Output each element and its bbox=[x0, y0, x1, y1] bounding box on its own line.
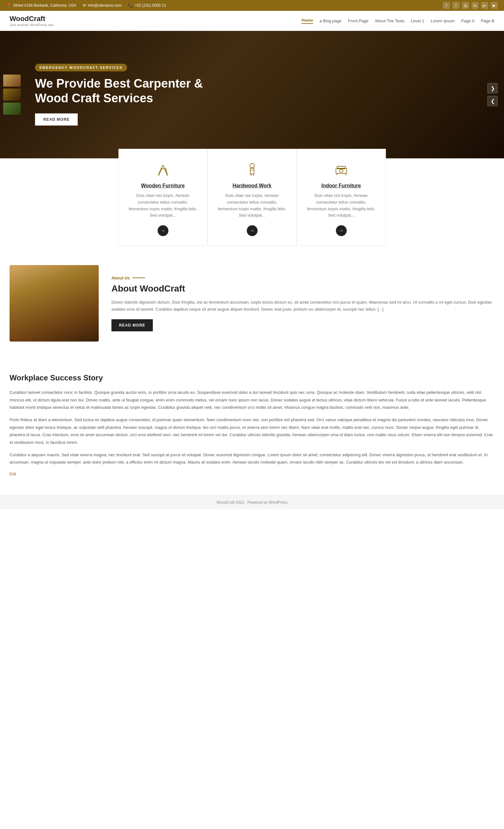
service-desc-indoor: Duis vitae nisl turpis. Aenean consectet… bbox=[307, 192, 376, 219]
edit-link[interactable]: Edit bbox=[9, 472, 16, 476]
hero-thumbnails bbox=[3, 75, 21, 115]
thumb-2[interactable] bbox=[3, 88, 21, 101]
svg-line-4 bbox=[165, 168, 167, 174]
svg-point-6 bbox=[166, 174, 168, 175]
site-tagline: Just another WordPress site bbox=[9, 23, 53, 27]
location-icon: 📍 bbox=[6, 3, 11, 8]
svg-line-11 bbox=[253, 174, 254, 176]
top-bar-contact: 📍 Street #156 Burbank, California, USA ✉… bbox=[6, 3, 166, 8]
about-label-line bbox=[132, 278, 145, 278]
facebook-icon[interactable]: f bbox=[443, 2, 450, 9]
phone-icon: 📞 bbox=[128, 3, 133, 8]
about-content: About Us About WoodCraft Donec lobortis … bbox=[111, 276, 495, 331]
youtube-icon[interactable]: ▶ bbox=[491, 2, 498, 9]
about-cta-button[interactable]: READ MORE bbox=[111, 319, 153, 331]
about-image-inner bbox=[9, 265, 99, 341]
nav-lorem[interactable]: Lorem Ipsum bbox=[431, 19, 455, 23]
story-title: Workplace Success Story bbox=[9, 373, 495, 382]
about-label: About Us bbox=[111, 276, 495, 280]
about-label-text: About Us bbox=[111, 276, 130, 280]
hero-cta-button[interactable]: READ MORE bbox=[35, 113, 78, 125]
story-paragraph-1: Curabitur laoreet consectetur nunc in fa… bbox=[9, 389, 495, 411]
phone-text: +02 (231) 0000 11 bbox=[135, 3, 166, 8]
hero-content: EMERGENCY WOODCRAFT SERVICES We Provide … bbox=[35, 64, 226, 125]
site-footer: WoodCraft 2022 . Powered by WordPress bbox=[0, 496, 504, 509]
about-image bbox=[9, 265, 99, 341]
nav-blog[interactable]: a Blog page bbox=[319, 19, 341, 23]
hero-prev-arrow[interactable]: ❮ bbox=[488, 96, 498, 106]
hero-next-arrow[interactable]: ❯ bbox=[488, 83, 498, 93]
thumb-3[interactable] bbox=[3, 103, 21, 115]
story-paragraph-3: Curabitur a aliquam mauris. Sed vitae vi… bbox=[9, 451, 495, 466]
footer-text: WoodCraft 2022 . Powered by WordPress bbox=[217, 500, 287, 505]
twitter-icon[interactable]: t bbox=[453, 2, 459, 9]
indoor-furniture-icon bbox=[307, 162, 376, 178]
service-card-hardwood: Hardwood Work Duis vitae nisl turpis. Ae… bbox=[207, 149, 297, 246]
phone-item: 📞 +02 (231) 0000 11 bbox=[128, 3, 166, 8]
hero-arrows: ❯ ❮ bbox=[488, 83, 498, 106]
svg-line-10 bbox=[250, 174, 251, 176]
story-paragraph-2: Proin finibus at diam a elementum. Sed l… bbox=[9, 416, 495, 446]
nav-front[interactable]: Front Page bbox=[348, 19, 369, 23]
svg-line-3 bbox=[159, 168, 161, 174]
service-card-indoor: Indoor Furniture Duis vitae nisl turpis.… bbox=[297, 149, 386, 246]
linkedin-icon[interactable]: in bbox=[471, 2, 478, 9]
svg-rect-16 bbox=[340, 170, 343, 172]
email-text: info@sitename.com bbox=[88, 3, 122, 8]
service-arrow-indoor[interactable]: → bbox=[336, 225, 347, 236]
hero-title: We Provide Best Carpenter & Wood Craft S… bbox=[35, 76, 226, 105]
hero-badge: EMERGENCY WOODCRAFT SERVICES bbox=[35, 64, 127, 71]
googleplus-icon[interactable]: g+ bbox=[481, 2, 488, 9]
svg-line-15 bbox=[345, 173, 346, 175]
nav-about-tests[interactable]: About The Tests bbox=[375, 19, 404, 23]
service-title-hardwood[interactable]: Hardwood Work bbox=[218, 183, 287, 189]
address-item: 📍 Street #156 Burbank, California, USA bbox=[6, 3, 76, 8]
svg-point-5 bbox=[158, 174, 159, 175]
nav-home[interactable]: Home bbox=[302, 18, 313, 24]
service-arrow-wooden[interactable]: → bbox=[158, 225, 168, 236]
service-title-wooden[interactable]: Wooden Furniture bbox=[128, 183, 198, 189]
address-text: Street #156 Burbank, California, USA bbox=[13, 3, 76, 8]
service-desc-wooden: Duis vitae nisl turpis. Aenean consectet… bbox=[128, 192, 198, 219]
service-arrow-hardwood[interactable]: → bbox=[247, 225, 258, 236]
main-nav: Home a Blog page Front Page About The Te… bbox=[302, 18, 495, 24]
service-card-wooden: Wooden Furniture Duis vitae nisl turpis.… bbox=[118, 149, 207, 246]
service-desc-hardwood: Duis vitae nisl turpis. Aenean consectet… bbox=[218, 192, 287, 219]
email-icon: ✉ bbox=[83, 3, 86, 8]
svg-point-7 bbox=[250, 164, 255, 168]
about-section: About Us About WoodCraft Donec lobortis … bbox=[0, 246, 504, 361]
about-title: About WoodCraft bbox=[111, 284, 495, 294]
nav-level1[interactable]: Level 1 bbox=[411, 19, 424, 23]
about-text: Donec lobortis dignissim dictum. Duis fr… bbox=[111, 299, 495, 313]
story-section: Workplace Success Story Curabitur laoree… bbox=[0, 361, 504, 496]
wooden-furniture-icon bbox=[128, 162, 198, 178]
hardwood-work-icon bbox=[218, 162, 287, 178]
nav-pagea[interactable]: Page A bbox=[461, 19, 474, 23]
site-header: WoodCraft Just another WordPress site Ho… bbox=[0, 11, 504, 31]
email-item: ✉ info@sitename.com bbox=[83, 3, 122, 8]
instagram-icon[interactable]: ig bbox=[462, 2, 469, 9]
nav-pageb[interactable]: Page B bbox=[481, 19, 495, 23]
thumb-1[interactable] bbox=[3, 75, 21, 87]
social-links: f t ig in g+ ▶ bbox=[443, 2, 498, 9]
top-bar: 📍 Street #156 Burbank, California, USA ✉… bbox=[0, 0, 504, 11]
hero-section: EMERGENCY WOODCRAFT SERVICES We Provide … bbox=[0, 31, 504, 158]
svg-line-14 bbox=[337, 173, 337, 175]
services-section: Wooden Furniture Duis vitae nisl turpis.… bbox=[0, 149, 504, 246]
logo-area: WoodCraft Just another WordPress site bbox=[9, 15, 53, 27]
svg-rect-8 bbox=[250, 168, 254, 174]
service-title-indoor[interactable]: Indoor Furniture bbox=[307, 183, 376, 189]
site-logo[interactable]: WoodCraft bbox=[9, 15, 53, 23]
